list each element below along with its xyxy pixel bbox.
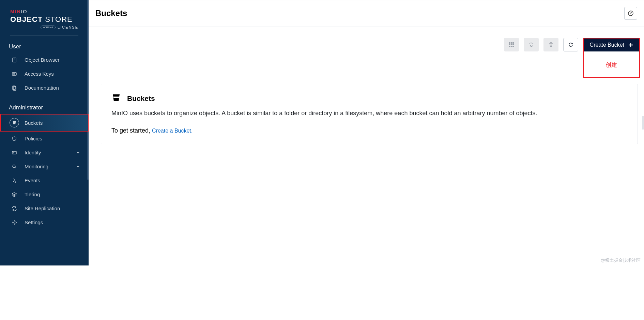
card-title: Buckets (127, 94, 155, 103)
sync-icon (12, 206, 17, 211)
card-cta: To get started, Create a Bucket. (111, 127, 627, 134)
chevron-down-icon (76, 150, 80, 155)
shield-icon (12, 136, 17, 141)
sidebar-item-access-keys[interactable]: Access Keys (0, 67, 89, 81)
svg-rect-16 (512, 44, 514, 45)
nav-label: Access Keys (25, 71, 54, 77)
svg-rect-18 (511, 46, 512, 47)
main-scrollbar[interactable] (642, 116, 644, 129)
create-bucket-link[interactable]: Create a Bucket. (152, 128, 193, 134)
top-gap (89, 0, 644, 3)
nav-label: Identity (25, 150, 41, 155)
bucket-icon (10, 118, 19, 127)
nav-label: Settings (25, 219, 43, 225)
sidebar-item-tiering[interactable]: Tiering (0, 187, 89, 201)
svg-rect-19 (512, 46, 514, 47)
logo-brand: MINIO (10, 9, 78, 14)
create-annotation: 创建 (584, 61, 639, 69)
buckets-info-card: Buckets MinIO uses buckets to organize o… (101, 84, 638, 144)
card-header: Buckets (111, 93, 627, 104)
logo-area: MINIO OBJECT STORE AGPLv3 LICENSE (0, 3, 89, 32)
refresh-button[interactable] (563, 38, 578, 51)
svg-rect-15 (511, 44, 512, 45)
id-icon (12, 150, 17, 155)
nav-label: Site Replication (25, 205, 60, 211)
svg-point-9 (14, 222, 15, 223)
svg-rect-17 (509, 46, 510, 47)
lambda-icon (12, 178, 17, 183)
sidebar-item-object-browser[interactable]: Object Browser (0, 53, 89, 67)
sidebar-item-events[interactable]: Events (0, 173, 89, 187)
nav-label: Events (25, 178, 40, 183)
nav-label: Monitoring (25, 164, 48, 169)
layers-icon (12, 192, 17, 197)
bucket-icon (111, 93, 121, 104)
toolbar: Create Bucket 创建 (89, 27, 644, 84)
svg-point-8 (13, 165, 15, 168)
key-icon (12, 71, 17, 77)
help-button[interactable] (624, 7, 637, 20)
search-icon (12, 164, 17, 169)
svg-rect-11 (509, 42, 510, 44)
sidebar-item-identity[interactable]: Identity (0, 146, 89, 159)
gear-icon (12, 220, 17, 225)
sidebar-item-site-replication[interactable]: Site Replication (0, 201, 89, 215)
card-description: MinIO uses buckets to organize objects. … (111, 109, 627, 118)
svg-point-7 (13, 152, 14, 153)
sidebar-item-settings[interactable]: Settings (0, 215, 89, 229)
section-label-admin: Administrator (0, 100, 89, 114)
sidebar: MINIO OBJECT STORE AGPLv3 LICENSE User O… (0, 0, 89, 265)
lifecycle-button[interactable] (524, 38, 539, 51)
create-bucket-highlight: Create Bucket 创建 (583, 38, 640, 78)
file-icon (12, 57, 17, 63)
nav-label: Buckets (25, 120, 43, 126)
docs-icon (12, 85, 17, 91)
svg-rect-12 (511, 42, 512, 44)
svg-point-3 (14, 74, 15, 74)
svg-rect-14 (509, 44, 510, 45)
page-header: Buckets (89, 3, 644, 27)
app-root: MINIO OBJECT STORE AGPLv3 LICENSE User O… (0, 0, 644, 265)
create-bucket-button[interactable]: Create Bucket (584, 39, 639, 51)
chevron-down-icon (76, 164, 80, 169)
create-bucket-label: Create Bucket (590, 42, 624, 48)
svg-rect-20 (113, 96, 119, 96)
nav-label: Object Browser (25, 57, 60, 63)
sidebar-item-monitoring[interactable]: Monitoring (0, 159, 89, 173)
watermark: @稀土掘金技术社区 (601, 257, 641, 263)
nav-label: Tiering (25, 192, 40, 197)
section-label-user: User (0, 39, 89, 53)
sidebar-item-policies[interactable]: Policies (0, 132, 89, 146)
license-badge: AGPLv3 (41, 26, 56, 29)
sidebar-item-buckets[interactable]: Buckets (0, 114, 89, 132)
delete-button[interactable] (543, 38, 558, 51)
svg-rect-13 (512, 42, 514, 44)
logo-license: AGPLv3 LICENSE (10, 25, 78, 29)
nav-label: Documentation (25, 85, 59, 91)
grid-view-button[interactable] (504, 38, 519, 51)
divider (10, 35, 78, 36)
page-title: Buckets (95, 9, 127, 18)
sidebar-item-documentation[interactable]: Documentation (0, 81, 89, 95)
main-content: Buckets Create Bucket (89, 0, 644, 265)
svg-point-2 (13, 74, 14, 74)
svg-rect-21 (113, 97, 119, 98)
nav-label: Policies (25, 136, 42, 141)
logo-product: OBJECT STORE (10, 15, 78, 24)
